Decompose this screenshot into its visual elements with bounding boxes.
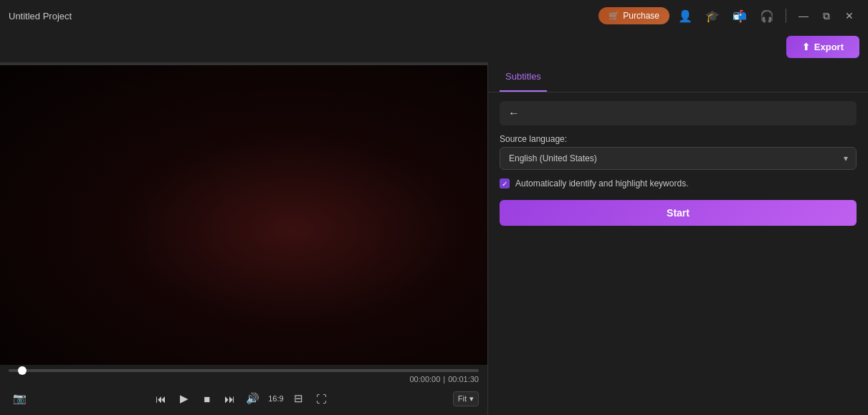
back-button[interactable]: ← [508,107,520,120]
titlebar: Untitled Project 🛒 Purchase 👤 🎓 📬 🎧 — ⧉ … [0,0,868,32]
ctrl-left: 📷 [9,388,30,409]
purchase-button[interactable]: 🛒 Purchase [598,7,669,24]
right-panel: Subtitles ← Source language: English (Un… [487,62,868,415]
minimize-button[interactable]: — [793,6,814,26]
controls-row: 📷 ⏮ ▶ ■ ⏭ � [0,385,487,415]
graduation-icon: 🎓 [705,9,720,23]
play-icon: ▶ [180,392,189,405]
skip-back-button[interactable]: ⏮ [151,388,172,409]
headset-icon: 🎧 [760,9,774,23]
fullscreen-icon: ⛶ [316,393,327,405]
close-button[interactable]: ✕ [839,6,859,26]
skip-forward-button[interactable]: ⏭ [219,388,241,409]
stop-icon: ■ [204,393,210,405]
progress-bar-thumb[interactable] [18,366,27,375]
source-language-section: Source language: English (United States)… [500,134,857,170]
account-icon: 👤 [678,9,692,23]
total-time: 00:01:30 [448,375,479,383]
crop-icon: ⊟ [294,392,303,405]
support-button[interactable]: 🎧 [755,6,778,26]
source-language-label: Source language: [500,134,857,144]
restore-button[interactable]: ⧉ [816,6,836,26]
main-content: 00:00:00 | 00:01:30 📷 ⏮ ▶ [0,62,868,415]
ctrl-right: Fit ▾ [453,391,479,406]
window-controls: — ⧉ ✕ [793,6,859,26]
play-button[interactable]: ▶ [173,388,195,409]
account-button[interactable]: 👤 [674,6,697,26]
current-time: 00:00:00 [409,375,440,383]
back-arrow-icon: ← [508,107,520,120]
volume-icon: 🔊 [246,392,259,405]
titlebar-right: 🛒 Purchase 👤 🎓 📬 🎧 — ⧉ ✕ [598,6,859,26]
notifications-button[interactable]: 📬 [728,6,751,26]
subtitles-header: Subtitles [488,62,868,92]
video-panel: 00:00:00 | 00:01:30 📷 ⏮ ▶ [0,62,487,415]
titlebar-left: Untitled Project [9,11,72,22]
export-bar: ⬆ Export [0,32,868,62]
export-icon: ⬆ [802,42,810,52]
time-display: 00:00:00 | 00:01:30 [0,373,487,385]
fit-select[interactable]: Fit ▾ [453,391,479,406]
volume-button[interactable]: 🔊 [242,388,264,409]
cart-icon: 🛒 [609,11,619,21]
skip-forward-icon: ⏭ [224,393,235,405]
titlebar-separator [786,9,786,23]
video-background [0,65,487,365]
tab-bar: Subtitles [488,62,868,92]
aspect-ratio-icon: 16:9 [268,394,283,403]
snapshot-icon: 📷 [13,392,27,405]
subtitles-body: ← Source language: English (United State… [488,92,868,415]
crop-button[interactable]: ⊟ [288,388,310,409]
keyword-highlight-label: Automatically identify and highlight key… [515,178,688,189]
video-controls: 00:00:00 | 00:01:30 📷 ⏮ ▶ [0,365,487,415]
start-button[interactable]: Start [500,200,857,226]
snapshot-button[interactable]: 📷 [9,388,30,409]
project-title: Untitled Project [9,11,72,22]
video-display [0,65,487,365]
time-separator: | [443,375,445,383]
fullscreen-button[interactable]: ⛶ [311,388,333,409]
source-language-select[interactable]: English (United States) English (UK) Spa… [500,147,857,170]
progress-bar-container[interactable] [0,365,487,373]
stop-button[interactable]: ■ [196,388,218,409]
progress-bar-track[interactable] [9,369,479,372]
skip-back-icon: ⏮ [156,393,166,405]
aspect-ratio-button[interactable]: 16:9 [265,388,287,409]
keyword-highlight-row: Automatically identify and highlight key… [500,178,857,189]
fit-chevron-icon: ▾ [469,394,474,404]
mail-icon: 📬 [733,9,747,23]
back-row: ← [500,101,857,125]
learn-button[interactable]: 🎓 [701,6,724,26]
source-language-wrapper: English (United States) English (UK) Spa… [500,147,857,170]
export-button[interactable]: ⬆ Export [786,36,859,58]
ctrl-center: ⏮ ▶ ■ ⏭ 🔊 16:9 [151,388,333,409]
keyword-highlight-checkbox[interactable] [500,178,510,189]
tab-subtitles[interactable]: Subtitles [500,62,547,92]
